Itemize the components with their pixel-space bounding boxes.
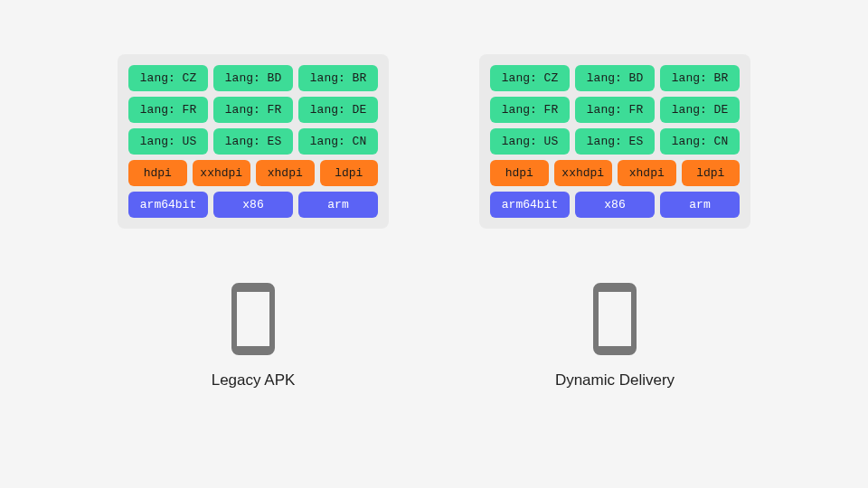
lang-chip: lang: ES [575, 128, 655, 155]
lang-chip: lang: DE [298, 97, 378, 123]
lang-chip: lang: CZ [490, 65, 570, 91]
lang-chip: lang: CN [298, 128, 378, 155]
dpi-chip: ldpi [320, 160, 379, 186]
arch-chip: x86 [575, 192, 655, 218]
dpi-chip: xxhdpi [554, 160, 613, 186]
lang-chip: lang: US [128, 128, 208, 155]
lang-chip: lang: ES [213, 128, 293, 155]
arch-chip: x86 [213, 192, 293, 218]
dpi-chip: ldpi [682, 160, 741, 186]
lang-chip: lang: US [490, 128, 570, 155]
lang-chip: lang: BR [660, 65, 740, 91]
lang-chip: lang: CN [660, 128, 740, 155]
lang-chip: lang: FR [213, 97, 293, 123]
caption-dynamic: Dynamic Delivery [555, 371, 675, 389]
phone-legacy: Legacy APK [212, 283, 296, 389]
bundle-box-legacy: lang: CZ lang: BD lang: BR lang: FR lang… [118, 54, 389, 229]
lang-chip: lang: DE [660, 97, 740, 123]
dpi-chip: hdpi [490, 160, 549, 186]
lang-chip: lang: BD [213, 65, 293, 91]
lang-chip: lang: FR [128, 97, 208, 123]
phone-icon [593, 283, 637, 355]
panel-dynamic: lang: CZ lang: BD lang: BR lang: FR lang… [479, 54, 750, 389]
bundle-box-dynamic: lang: CZ lang: BD lang: BR lang: FR lang… [479, 54, 750, 229]
arch-chip: arm [660, 192, 740, 218]
lang-chip: lang: FR [490, 97, 570, 123]
arch-chip: arm [298, 192, 378, 218]
lang-chip: lang: BR [298, 65, 378, 91]
dpi-chip: xhdpi [618, 160, 676, 186]
dpi-chip: xxhdpi [193, 160, 251, 186]
arch-chip: arm64bit [490, 192, 570, 218]
phone-icon [231, 283, 275, 355]
phone-dynamic: Dynamic Delivery [555, 283, 675, 389]
arch-chip: arm64bit [128, 192, 208, 218]
caption-legacy: Legacy APK [212, 371, 296, 389]
panel-legacy: lang: CZ lang: BD lang: BR lang: FR lang… [118, 54, 389, 389]
dpi-chip: xhdpi [256, 160, 315, 186]
lang-chip: lang: CZ [128, 65, 208, 91]
dpi-chip: hdpi [128, 160, 187, 186]
lang-chip: lang: BD [575, 65, 655, 91]
lang-chip: lang: FR [575, 97, 655, 123]
